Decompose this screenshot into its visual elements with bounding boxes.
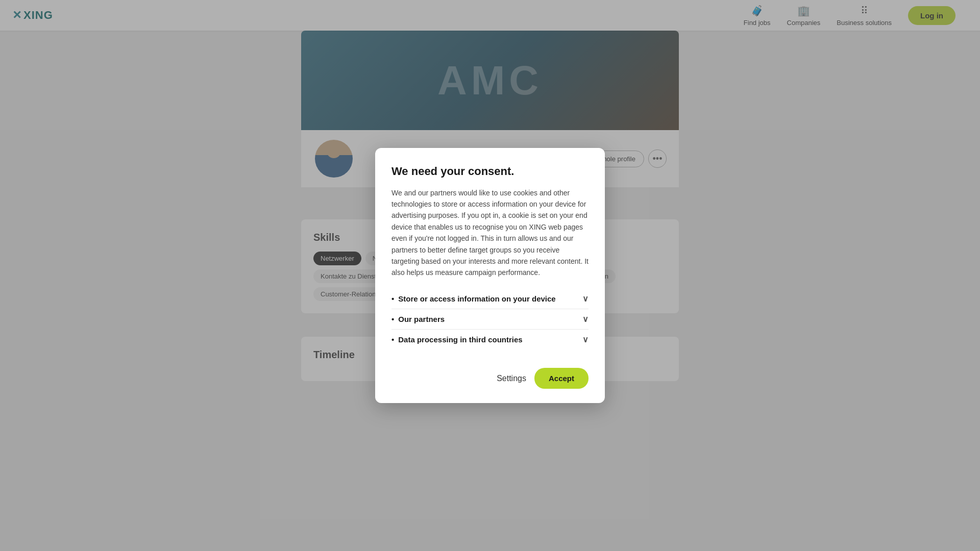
consent-modal: We need your consent. We and our partner… [375,148,605,403]
modal-overlay: We need your consent. We and our partner… [0,0,980,551]
modal-body-text: We and our partners would like to use co… [391,187,589,279]
data-processing-label: Data processing in third countries [398,335,522,344]
modal-list-item-our-partners[interactable]: • Our partners ∨ [391,309,589,330]
chevron-down-icon-partners: ∨ [582,314,589,324]
chevron-down-icon-store: ∨ [582,294,589,304]
chevron-down-icon-data: ∨ [582,335,589,344]
bullet-icon-partners: • [391,315,394,323]
our-partners-label: Our partners [398,315,445,323]
modal-scroll-area: We need your consent. We and our partner… [391,164,589,360]
modal-list-item-store-access[interactable]: • Store or access information on your de… [391,289,589,309]
accept-button[interactable]: Accept [534,368,589,389]
modal-options-list: • Store or access information on your de… [391,289,589,349]
store-access-label: Store or access information on your devi… [398,294,555,303]
bullet-icon: • [391,294,394,303]
modal-buttons: Settings Accept [391,368,589,389]
settings-button[interactable]: Settings [497,374,526,383]
modal-list-item-data-processing[interactable]: • Data processing in third countries ∨ [391,330,589,349]
bullet-icon-data: • [391,335,394,344]
modal-title: We need your consent. [391,164,589,179]
